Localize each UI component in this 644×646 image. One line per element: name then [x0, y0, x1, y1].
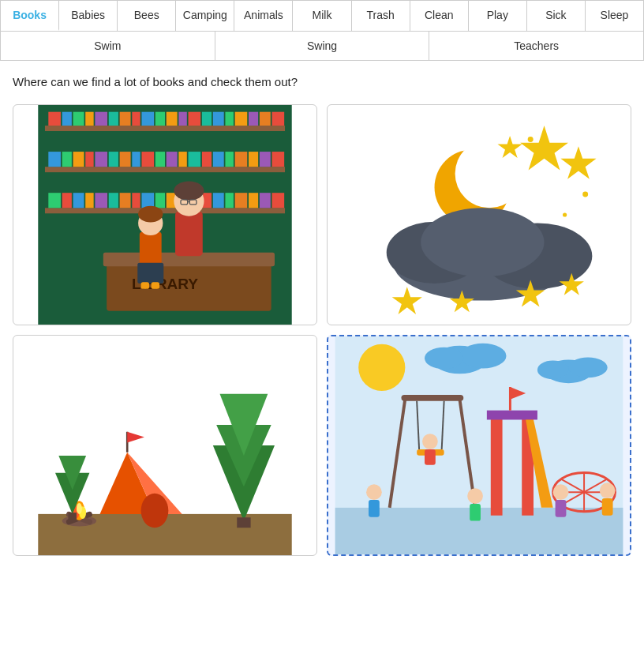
- svg-rect-60: [235, 193, 248, 208]
- svg-rect-23: [272, 112, 285, 126]
- svg-rect-26: [73, 152, 84, 167]
- nav-item-swing[interactable]: Swing: [215, 32, 430, 60]
- svg-point-75: [138, 206, 163, 223]
- svg-point-104: [141, 494, 169, 528]
- nav-item-swim[interactable]: Swim: [1, 32, 215, 60]
- svg-point-149: [553, 484, 569, 500]
- svg-point-145: [366, 484, 382, 500]
- svg-rect-39: [225, 152, 233, 167]
- svg-rect-41: [249, 152, 258, 167]
- svg-rect-3: [45, 208, 285, 213]
- svg-point-124: [537, 361, 568, 380]
- svg-rect-49: [109, 193, 118, 208]
- image-card-playground[interactable]: [327, 335, 631, 556]
- svg-rect-12: [141, 112, 154, 126]
- svg-rect-44: [48, 193, 61, 208]
- question-text: Where can we find a lot of books and che…: [0, 61, 644, 96]
- image-card-camping[interactable]: [13, 335, 317, 556]
- svg-rect-17: [202, 112, 212, 126]
- svg-rect-48: [95, 193, 107, 208]
- svg-point-118: [358, 344, 405, 391]
- svg-point-87: [563, 212, 567, 216]
- image-card-library[interactable]: LIBRARY: [13, 104, 317, 325]
- svg-point-143: [422, 434, 438, 449]
- nav-item-camping[interactable]: Camping: [176, 1, 234, 31]
- svg-rect-7: [85, 112, 93, 126]
- svg-rect-43: [272, 152, 285, 167]
- svg-rect-36: [189, 152, 201, 167]
- svg-point-91: [421, 208, 544, 276]
- svg-point-121: [425, 347, 463, 370]
- svg-point-113: [77, 503, 82, 514]
- svg-rect-116: [69, 513, 77, 520]
- top-nav: Books Babies Bees Camping Animals Milk T…: [0, 0, 644, 31]
- svg-rect-11: [132, 112, 140, 126]
- nav-item-babies[interactable]: Babies: [59, 1, 118, 31]
- svg-point-151: [600, 483, 616, 498]
- svg-rect-5: [62, 112, 72, 126]
- svg-rect-59: [225, 193, 233, 208]
- svg-rect-9: [109, 112, 118, 126]
- svg-rect-146: [369, 500, 380, 517]
- nav-item-animals[interactable]: Animals: [234, 1, 293, 31]
- svg-point-123: [568, 358, 607, 378]
- svg-rect-52: [141, 193, 154, 208]
- svg-rect-63: [272, 193, 285, 208]
- svg-rect-16: [189, 112, 201, 126]
- svg-rect-1: [45, 126, 285, 131]
- svg-rect-4: [48, 112, 61, 126]
- svg-rect-134: [401, 395, 463, 401]
- svg-rect-101: [237, 517, 250, 528]
- svg-rect-6: [73, 112, 84, 126]
- svg-rect-50: [120, 193, 131, 208]
- svg-rect-31: [132, 152, 140, 167]
- svg-rect-62: [260, 193, 271, 208]
- nav-item-milk[interactable]: Milk: [293, 1, 351, 31]
- svg-rect-30: [120, 152, 131, 167]
- svg-rect-33: [155, 152, 165, 167]
- svg-rect-21: [249, 112, 258, 126]
- bottom-nav: Swim Swing Teachers: [0, 31, 644, 61]
- svg-rect-8: [95, 112, 107, 126]
- svg-point-86: [582, 191, 588, 197]
- svg-point-69: [174, 181, 204, 200]
- svg-rect-148: [470, 504, 481, 521]
- svg-point-147: [467, 488, 483, 504]
- svg-rect-61: [249, 193, 258, 208]
- nav-item-books[interactable]: Books: [1, 1, 59, 31]
- nav-item-play[interactable]: Play: [469, 1, 527, 31]
- svg-rect-34: [167, 152, 178, 167]
- svg-point-85: [528, 137, 534, 142]
- svg-rect-58: [213, 193, 224, 208]
- image-grid: LIBRARY: [0, 96, 644, 569]
- svg-rect-40: [235, 152, 248, 167]
- svg-rect-128: [487, 411, 537, 420]
- svg-rect-20: [235, 112, 248, 126]
- nav-item-trash[interactable]: Trash: [352, 1, 410, 31]
- image-card-night[interactable]: [327, 104, 631, 325]
- svg-rect-15: [178, 112, 186, 126]
- svg-rect-35: [178, 152, 186, 167]
- svg-rect-78: [152, 282, 159, 289]
- svg-rect-2: [45, 167, 285, 172]
- nav-item-bees[interactable]: Bees: [118, 1, 176, 31]
- svg-rect-38: [213, 152, 224, 167]
- nav-item-clean[interactable]: Clean: [410, 1, 469, 31]
- nav-item-sick[interactable]: Sick: [527, 1, 586, 31]
- nav-item-sleep[interactable]: Sleep: [586, 1, 643, 31]
- svg-rect-27: [85, 152, 93, 167]
- svg-rect-29: [109, 152, 118, 167]
- svg-rect-152: [602, 498, 613, 516]
- svg-rect-32: [141, 152, 154, 167]
- svg-rect-28: [95, 152, 107, 167]
- svg-rect-67: [175, 212, 203, 256]
- svg-rect-24: [48, 152, 61, 167]
- svg-rect-53: [155, 193, 165, 208]
- svg-rect-51: [132, 193, 140, 208]
- svg-rect-150: [556, 500, 567, 517]
- svg-rect-22: [260, 112, 271, 126]
- svg-rect-47: [85, 193, 93, 208]
- svg-rect-126: [491, 415, 503, 516]
- svg-rect-14: [167, 112, 178, 126]
- nav-item-teachers[interactable]: Teachers: [429, 32, 643, 60]
